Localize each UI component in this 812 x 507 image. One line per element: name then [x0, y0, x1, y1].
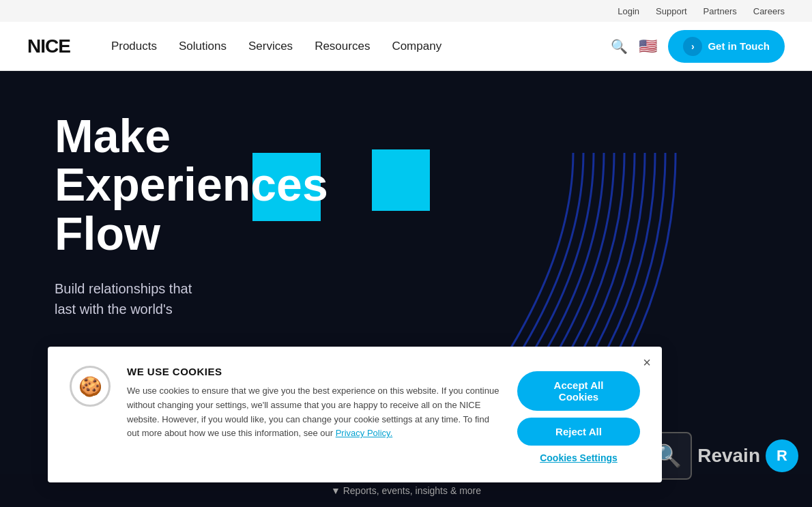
hero-title-line2: Experiences — [55, 158, 328, 210]
language-flag[interactable]: 🇺🇸 — [639, 38, 657, 55]
hero-title: Make Experiences Flow — [55, 112, 328, 258]
search-button[interactable]: 🔍 — [611, 38, 628, 55]
cookie-body-text: We use cookies to ensure that we give yo… — [127, 386, 499, 438]
nav-products[interactable]: Products — [111, 40, 157, 53]
revain-badge: 🔍 Revain R — [644, 432, 798, 480]
get-in-touch-button[interactable]: › Get in Touch — [668, 30, 785, 63]
logo[interactable]: NICE — [27, 35, 70, 57]
hero-section: Make Experiences Flow Build relationship… — [0, 71, 812, 507]
nav-resources[interactable]: Resources — [315, 40, 370, 53]
nav-right: 🔍 🇺🇸 › Get in Touch — [611, 30, 785, 63]
careers-link[interactable]: Careers — [753, 6, 785, 16]
revain-logo: R — [766, 439, 798, 472]
cookie-settings-button[interactable]: Cookies Settings — [540, 452, 618, 463]
cookie-close-button[interactable]: × — [643, 355, 651, 371]
nav-links: Products Solutions Services Resources Co… — [111, 40, 584, 53]
hero-subtitle: Build relationships that last with the w… — [55, 278, 328, 319]
hero-subtitle-line2: last with the world's — [55, 302, 173, 317]
cookie-title: WE USE COOKIES — [127, 366, 501, 377]
nav-company[interactable]: Company — [392, 40, 441, 53]
utility-bar: Login Support Partners Careers — [0, 0, 812, 22]
navbar: NICE Products Solutions Services Resourc… — [0, 22, 812, 71]
cta-arrow: › — [683, 37, 702, 56]
partners-link[interactable]: Partners — [704, 6, 737, 16]
bottom-bar-text: ▼ Reports, events, insights & more — [331, 485, 481, 496]
privacy-policy-link[interactable]: Privacy Policy. — [336, 428, 393, 438]
cookie-actions: Accept All Cookies Reject All Cookies Se… — [517, 366, 640, 463]
support-link[interactable]: Support — [656, 6, 687, 16]
login-link[interactable]: Login — [618, 6, 639, 16]
cta-label: Get in Touch — [708, 40, 770, 52]
cookie-icon: 🍪 — [70, 366, 111, 407]
hero-title-line3: Flow — [55, 207, 160, 259]
hero-title-line1: Make — [55, 110, 171, 162]
nav-services[interactable]: Services — [248, 40, 293, 53]
cookie-text-content: WE USE COOKIES We use cookies to ensure … — [127, 366, 501, 441]
hero-content: Make Experiences Flow Build relationship… — [55, 112, 328, 319]
blue-square-2 — [372, 149, 430, 211]
revain-label: Revain — [697, 445, 760, 467]
reject-cookies-button[interactable]: Reject All — [517, 418, 640, 446]
hero-subtitle-line1: Build relationships that — [55, 281, 192, 296]
cookie-body: We use cookies to ensure that we give yo… — [127, 384, 501, 441]
nav-solutions[interactable]: Solutions — [179, 40, 227, 53]
cookie-banner: 🍪 WE USE COOKIES We use cookies to ensur… — [48, 347, 662, 482]
cookie-emoji: 🍪 — [78, 375, 102, 398]
accept-cookies-button[interactable]: Accept All Cookies — [517, 371, 640, 411]
